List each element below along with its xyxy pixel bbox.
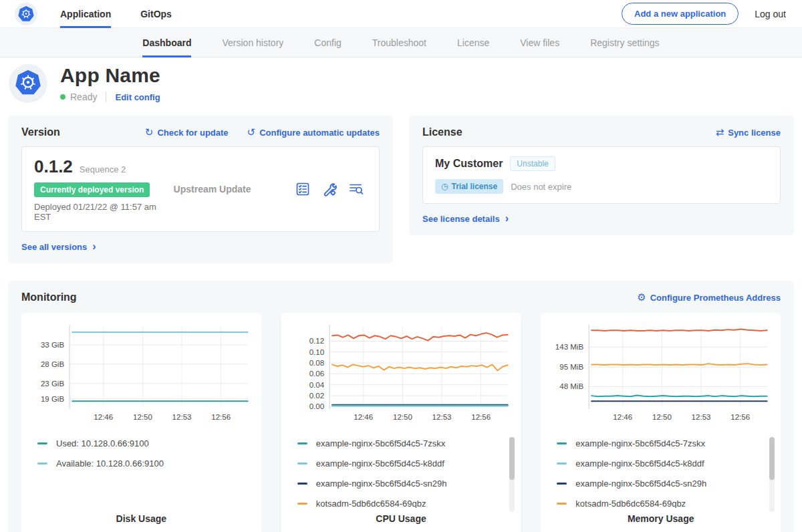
top-nav: Application GitOps Add a new application… (0, 0, 802, 28)
svg-text:33 GiB: 33 GiB (41, 341, 65, 349)
schedule-refresh-icon: ↺ (247, 126, 256, 138)
configure-automatic-updates-button[interactable]: ↺ Configure automatic updates (247, 126, 380, 138)
svg-text:12:56: 12:56 (471, 413, 491, 421)
svg-text:12:46: 12:46 (94, 413, 113, 421)
svg-text:19 GiB: 19 GiB (41, 395, 65, 403)
tab-license[interactable]: License (457, 28, 489, 57)
svg-text:0.12: 0.12 (309, 337, 323, 345)
legend-item: kotsadm-5db6dc6584-69qbz (297, 499, 512, 508)
svg-text:12:46: 12:46 (614, 413, 633, 421)
legend-label: kotsadm-5db6dc6584-69qbz (316, 499, 426, 508)
gear-icon: ⚙ (637, 291, 646, 303)
config-values-icon[interactable] (321, 181, 338, 197)
svg-text:143 MiB: 143 MiB (555, 343, 584, 351)
svg-text:12:46: 12:46 (354, 413, 373, 421)
version-number: 0.1.2 (34, 156, 73, 177)
svg-text:0.02: 0.02 (309, 392, 323, 400)
legend-scrollbar[interactable] (509, 437, 515, 512)
deployed-timestamp: Deployed 01/21/22 @ 11:57 am EST (34, 202, 174, 222)
legend-label: example-nginx-5bc6f5d4c5-k8ddf (575, 458, 704, 469)
view-diff-icon[interactable] (348, 181, 364, 197)
legend-scrollbar[interactable] (769, 437, 775, 512)
series-line (332, 364, 508, 370)
chart-legend: example-nginx-5bc6f5d4c5-7zskxexample-ng… (550, 432, 771, 508)
charts-row: 12:4612:5012:5312:5633 GiB28 GiB23 GiB19… (21, 313, 781, 532)
svg-text:0.04: 0.04 (309, 381, 324, 389)
legend-item: example-nginx-5bc6f5d4c5-7zskx (297, 438, 512, 448)
release-notes-icon[interactable] (295, 181, 311, 197)
configure-prometheus-button[interactable]: ⚙ Configure Prometheus Address (637, 291, 781, 303)
svg-text:0.00: 0.00 (309, 402, 323, 410)
legend-scrollbar-thumb[interactable] (509, 437, 515, 480)
chart-legend: Used: 10.128.0.66:9100Available: 10.128.… (31, 432, 252, 508)
svg-text:95 MiB: 95 MiB (560, 363, 584, 371)
legend-swatch (557, 462, 567, 464)
legend-label: example-nginx-5bc6f5d4c5-k8ddf (316, 458, 444, 469)
legend-swatch (297, 503, 307, 505)
add-application-button[interactable]: Add a new application (622, 3, 739, 25)
svg-text:28 GiB: 28 GiB (41, 360, 65, 368)
chart-canvas: 12:4612:5012:5312:5633 GiB28 GiB23 GiB19… (31, 321, 252, 432)
version-card-title: Version (21, 126, 60, 138)
legend-label: Used: 10.128.0.66:9100 (56, 438, 149, 448)
app-logo-icon (9, 64, 47, 102)
sequence-label: Sequence 2 (80, 164, 126, 174)
license-card: License ⇄ Sync license My Customer Unsta… (409, 116, 794, 235)
check-for-update-button[interactable]: ↻ Check for update (145, 126, 229, 138)
version-card: Version ↻ Check for update ↺ Configure a… (8, 116, 393, 263)
license-card-title: License (422, 126, 462, 138)
tab-registry-settings[interactable]: Registry settings (590, 28, 659, 57)
license-type-badge: ◷ Trial license (435, 179, 503, 194)
svg-text:0.08: 0.08 (309, 359, 323, 367)
legend-label: example-nginx-5bc6f5d4c5-sn29h (575, 479, 706, 489)
sync-arrows-icon: ⇄ (716, 126, 724, 138)
legend-swatch (297, 483, 307, 485)
svg-text:23 GiB: 23 GiB (41, 380, 65, 388)
legend-label: example-nginx-5bc6f5d4c5-sn29h (316, 479, 447, 489)
release-type-label: Upstream Update (174, 184, 295, 194)
kubernetes-logo-icon (15, 3, 37, 25)
monitoring-card: Monitoring ⚙ Configure Prometheus Addres… (8, 281, 794, 532)
legend-scrollbar-thumb[interactable] (769, 437, 775, 480)
chart-panel-memory-usage: 12:4612:5012:5312:56143 MiB95 MiB48 MiBe… (541, 313, 781, 532)
see-license-details-link[interactable]: See license details › (422, 213, 509, 225)
status-label: Ready (70, 92, 97, 102)
legend-swatch (297, 462, 307, 464)
series-line (591, 364, 767, 365)
see-all-versions-link[interactable]: See all versions › (21, 241, 96, 253)
chart-title: Disk Usage (31, 508, 252, 529)
status-dot (60, 94, 65, 100)
tab-version-history[interactable]: Version history (222, 28, 283, 57)
svg-text:0.10: 0.10 (309, 348, 323, 356)
tab-config[interactable]: Config (314, 28, 341, 57)
svg-text:48 MiB: 48 MiB (560, 382, 584, 390)
legend-item: Available: 10.128.0.66:9100 (37, 458, 252, 469)
tab-dashboard[interactable]: Dashboard (142, 28, 191, 57)
app-sub-nav: Dashboard Version history Config Trouble… (0, 28, 802, 57)
legend-label: example-nginx-5bc6f5d4c5-7zskx (316, 438, 446, 448)
logout-button[interactable]: Log out (755, 9, 786, 19)
stopwatch-icon: ◷ (441, 182, 448, 191)
legend-label: kotsadm-5db6dc6584-69qbz (575, 499, 686, 508)
legend-label: Available: 10.128.0.66:9100 (56, 458, 164, 469)
legend-label: example-nginx-5bc6f5d4c5-7zskx (575, 438, 705, 448)
chevron-right-icon: › (92, 241, 96, 253)
tab-view-files[interactable]: View files (520, 28, 559, 57)
customer-name: My Customer (435, 158, 503, 170)
chart-title: CPU Usage (291, 508, 512, 529)
channel-badge: Unstable (510, 156, 555, 171)
chevron-right-icon: › (505, 213, 509, 225)
tab-troubleshoot[interactable]: Troubleshoot (372, 28, 426, 57)
legend-item: example-nginx-5bc6f5d4c5-sn29h (297, 479, 512, 489)
svg-text:12:53: 12:53 (172, 413, 192, 421)
top-tab-gitops[interactable]: GitOps (140, 0, 172, 28)
edit-config-link[interactable]: Edit config (106, 92, 160, 102)
license-expiry: Does not expire (511, 182, 571, 192)
legend-swatch (557, 503, 567, 505)
legend-swatch (557, 442, 567, 444)
sync-license-button[interactable]: ⇄ Sync license (716, 126, 781, 138)
page-title: App Name (60, 64, 160, 87)
chart-panel-disk-usage: 12:4612:5012:5312:5633 GiB28 GiB23 GiB19… (21, 313, 261, 532)
legend-swatch (297, 442, 307, 444)
top-tab-application[interactable]: Application (60, 0, 111, 28)
